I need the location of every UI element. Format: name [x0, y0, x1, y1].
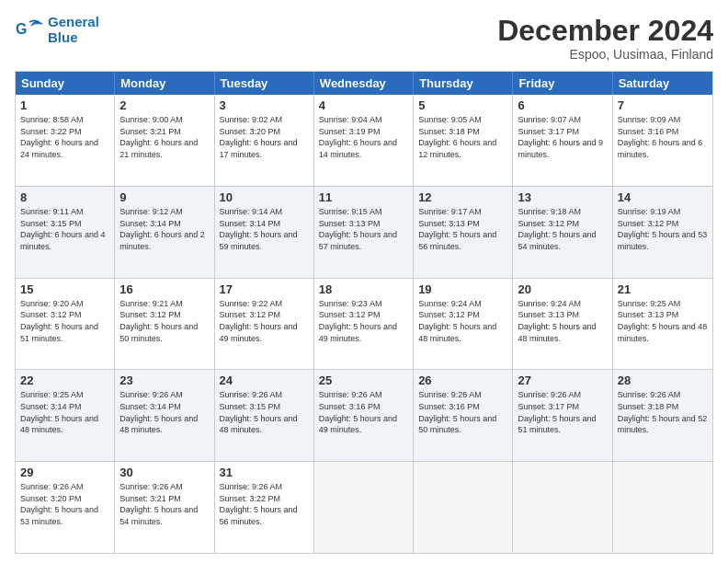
weekday-header-friday: Friday — [513, 72, 612, 95]
day-info: Sunrise: 9:15 AMSunset: 3:13 PMDaylight:… — [319, 206, 408, 252]
day-cell-23: 23 Sunrise: 9:26 AMSunset: 3:14 PMDaylig… — [115, 370, 214, 461]
logo-text: General Blue — [48, 15, 99, 45]
day-cell-29: 29 Sunrise: 9:26 AMSunset: 3:20 PMDaylig… — [16, 462, 115, 553]
day-cell-12: 12 Sunrise: 9:17 AMSunset: 3:13 PMDaylig… — [414, 187, 513, 278]
day-number: 15 — [20, 282, 109, 296]
day-number: 22 — [20, 373, 109, 387]
day-number: 14 — [618, 190, 708, 204]
calendar-body: 1 Sunrise: 8:58 AMSunset: 3:22 PMDayligh… — [16, 95, 712, 553]
day-number: 24 — [220, 373, 309, 387]
day-cell-10: 10 Sunrise: 9:14 AMSunset: 3:14 PMDaylig… — [215, 187, 314, 278]
day-info: Sunrise: 9:19 AMSunset: 3:12 PMDaylight:… — [618, 206, 708, 252]
day-cell-14: 14 Sunrise: 9:19 AMSunset: 3:12 PMDaylig… — [613, 187, 712, 278]
day-info: Sunrise: 9:26 AMSunset: 3:21 PMDaylight:… — [119, 481, 209, 527]
day-cell-31: 31 Sunrise: 9:26 AMSunset: 3:22 PMDaylig… — [215, 462, 314, 553]
day-number: 1 — [20, 98, 109, 112]
day-cell-1: 1 Sunrise: 8:58 AMSunset: 3:22 PMDayligh… — [16, 95, 115, 186]
day-cell-4: 4 Sunrise: 9:04 AMSunset: 3:19 PMDayligh… — [314, 95, 414, 186]
day-cell-21: 21 Sunrise: 9:25 AMSunset: 3:13 PMDaylig… — [613, 279, 712, 370]
logo-blue: Blue — [48, 29, 78, 45]
day-number: 31 — [220, 465, 309, 479]
day-info: Sunrise: 9:07 AMSunset: 3:17 PMDaylight:… — [518, 114, 607, 160]
day-info: Sunrise: 9:11 AMSunset: 3:15 PMDaylight:… — [20, 206, 109, 252]
svg-text:G: G — [16, 20, 27, 36]
day-info: Sunrise: 9:24 AMSunset: 3:12 PMDaylight:… — [418, 298, 507, 344]
day-number: 2 — [119, 98, 209, 112]
day-info: Sunrise: 9:25 AMSunset: 3:14 PMDaylight:… — [20, 389, 109, 435]
day-cell-17: 17 Sunrise: 9:22 AMSunset: 3:12 PMDaylig… — [215, 279, 314, 370]
day-cell-20: 20 Sunrise: 9:24 AMSunset: 3:13 PMDaylig… — [513, 279, 612, 370]
day-cell-28: 28 Sunrise: 9:26 AMSunset: 3:18 PMDaylig… — [613, 370, 712, 461]
day-info: Sunrise: 9:26 AMSunset: 3:15 PMDaylight:… — [220, 389, 309, 435]
day-info: Sunrise: 9:09 AMSunset: 3:16 PMDaylight:… — [618, 114, 708, 160]
day-number: 19 — [418, 282, 507, 296]
day-number: 16 — [119, 282, 209, 296]
day-cell-2: 2 Sunrise: 9:00 AMSunset: 3:21 PMDayligh… — [115, 95, 214, 186]
empty-cell-4-4 — [414, 462, 513, 553]
day-cell-5: 5 Sunrise: 9:05 AMSunset: 3:18 PMDayligh… — [414, 95, 513, 186]
title-block: December 2024 Espoo, Uusimaa, Finland — [497, 15, 713, 62]
calendar-row-3: 15 Sunrise: 9:20 AMSunset: 3:12 PMDaylig… — [16, 278, 712, 370]
day-number: 11 — [319, 190, 408, 204]
day-number: 17 — [220, 282, 309, 296]
day-number: 21 — [618, 282, 708, 296]
day-info: Sunrise: 9:26 AMSunset: 3:16 PMDaylight:… — [418, 389, 507, 435]
location-subtitle: Espoo, Uusimaa, Finland — [497, 47, 713, 62]
day-number: 28 — [618, 373, 708, 387]
month-title: December 2024 — [497, 15, 713, 47]
day-number: 3 — [220, 98, 309, 112]
day-number: 9 — [119, 190, 209, 204]
day-info: Sunrise: 9:20 AMSunset: 3:12 PMDaylight:… — [20, 298, 109, 344]
logo-general: General — [48, 14, 99, 29]
day-cell-24: 24 Sunrise: 9:26 AMSunset: 3:15 PMDaylig… — [215, 370, 314, 461]
weekday-header-sunday: Sunday — [16, 72, 115, 95]
logo: G General Blue — [15, 15, 99, 45]
day-cell-7: 7 Sunrise: 9:09 AMSunset: 3:16 PMDayligh… — [613, 95, 712, 186]
day-info: Sunrise: 9:04 AMSunset: 3:19 PMDaylight:… — [319, 114, 408, 160]
day-number: 12 — [418, 190, 507, 204]
day-info: Sunrise: 9:25 AMSunset: 3:13 PMDaylight:… — [618, 298, 708, 344]
calendar-header: SundayMondayTuesdayWednesdayThursdayFrid… — [16, 72, 712, 95]
day-number: 20 — [518, 282, 607, 296]
day-number: 13 — [518, 190, 607, 204]
day-info: Sunrise: 9:26 AMSunset: 3:22 PMDaylight:… — [220, 481, 309, 527]
day-cell-30: 30 Sunrise: 9:26 AMSunset: 3:21 PMDaylig… — [115, 462, 214, 553]
header: G General Blue December 2024 Espoo, Uusi… — [15, 15, 713, 62]
day-cell-11: 11 Sunrise: 9:15 AMSunset: 3:13 PMDaylig… — [314, 187, 414, 278]
day-info: Sunrise: 9:02 AMSunset: 3:20 PMDaylight:… — [220, 114, 309, 160]
day-cell-22: 22 Sunrise: 9:25 AMSunset: 3:14 PMDaylig… — [16, 370, 115, 461]
day-info: Sunrise: 9:22 AMSunset: 3:12 PMDaylight:… — [220, 298, 309, 344]
day-cell-9: 9 Sunrise: 9:12 AMSunset: 3:14 PMDayligh… — [115, 187, 214, 278]
day-info: Sunrise: 9:05 AMSunset: 3:18 PMDaylight:… — [418, 114, 507, 160]
day-info: Sunrise: 9:26 AMSunset: 3:18 PMDaylight:… — [618, 389, 708, 435]
day-number: 25 — [319, 373, 408, 387]
day-number: 23 — [119, 373, 209, 387]
day-number: 5 — [418, 98, 507, 112]
day-number: 18 — [319, 282, 408, 296]
day-info: Sunrise: 9:12 AMSunset: 3:14 PMDaylight:… — [119, 206, 209, 252]
calendar-row-5: 29 Sunrise: 9:26 AMSunset: 3:20 PMDaylig… — [16, 461, 712, 553]
empty-cell-4-5 — [513, 462, 612, 553]
day-info: Sunrise: 9:26 AMSunset: 3:14 PMDaylight:… — [119, 389, 209, 435]
day-number: 8 — [20, 190, 109, 204]
day-info: Sunrise: 8:58 AMSunset: 3:22 PMDaylight:… — [20, 114, 109, 160]
day-number: 26 — [418, 373, 507, 387]
day-info: Sunrise: 9:23 AMSunset: 3:12 PMDaylight:… — [319, 298, 408, 344]
day-info: Sunrise: 9:18 AMSunset: 3:12 PMDaylight:… — [518, 206, 607, 252]
weekday-header-wednesday: Wednesday — [314, 72, 414, 95]
day-number: 30 — [119, 465, 209, 479]
day-cell-3: 3 Sunrise: 9:02 AMSunset: 3:20 PMDayligh… — [215, 95, 314, 186]
calendar-row-4: 22 Sunrise: 9:25 AMSunset: 3:14 PMDaylig… — [16, 369, 712, 461]
day-info: Sunrise: 9:26 AMSunset: 3:20 PMDaylight:… — [20, 481, 109, 527]
day-cell-16: 16 Sunrise: 9:21 AMSunset: 3:12 PMDaylig… — [115, 279, 214, 370]
day-info: Sunrise: 9:21 AMSunset: 3:12 PMDaylight:… — [119, 298, 209, 344]
day-cell-13: 13 Sunrise: 9:18 AMSunset: 3:12 PMDaylig… — [513, 187, 612, 278]
day-number: 7 — [618, 98, 708, 112]
weekday-header-saturday: Saturday — [613, 72, 712, 95]
calendar-row-1: 1 Sunrise: 8:58 AMSunset: 3:22 PMDayligh… — [16, 95, 712, 186]
empty-cell-4-3 — [314, 462, 414, 553]
weekday-header-thursday: Thursday — [414, 72, 513, 95]
day-cell-15: 15 Sunrise: 9:20 AMSunset: 3:12 PMDaylig… — [16, 279, 115, 370]
day-info: Sunrise: 9:26 AMSunset: 3:16 PMDaylight:… — [319, 389, 408, 435]
empty-cell-4-6 — [613, 462, 712, 553]
